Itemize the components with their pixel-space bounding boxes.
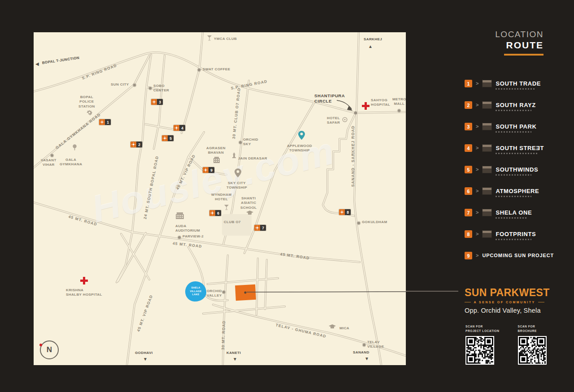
route-item-tagline [496,110,531,111]
place-label-metro-mall: METRO MALL [392,97,406,107]
place-label-mica: MICA [339,326,349,331]
qr-block-scan-for-project-location: SCAN FOR PROJECT LOCATION [465,324,500,365]
map-marker-number: 9 [209,167,214,173]
map-marker-3[interactable]: 3 [151,99,163,105]
sun-logo-icon [99,119,105,125]
dot-icon [198,69,200,71]
map-marker-8[interactable]: 8 [339,209,351,215]
building-lg-icon [175,212,184,219]
route-item-shela-one[interactable]: 7>SHELA ONE [465,209,554,218]
map-marker-number: 6 [215,210,221,216]
qr-code[interactable] [518,336,547,365]
route-item-upcoming-sun-project[interactable]: 9>UPCOMING SUN PROJECT [465,252,554,261]
compass-letter: N [47,345,52,354]
place-label-vasant-vihar: VASANT VIHAR [41,158,57,168]
sidebar-title: LOCATION ROUTE [454,30,544,56]
route-item-tagline [496,174,531,176]
place-label-sarkhej: SARKHEJ [364,37,382,42]
qr-code[interactable] [465,336,494,365]
route-item-text: ATMOSPHERE [496,187,539,197]
place-label-sobo-center: SOBO CENTER [153,84,169,93]
route-item-name: SHELA ONE [496,209,532,216]
grad-icon [329,324,336,330]
cross-icon [80,277,88,284]
route-item-south-trade[interactable]: 1>SOUTH TRADE [465,80,554,89]
place-label-applewood-township: APPLEWOOD TOWNSHIP [287,144,312,153]
lake-shela-village: SHELA VILLAGE LAKE [185,281,206,302]
building-block [222,214,252,236]
route-item-number: 4 [465,144,472,152]
map-marker-number: 4 [179,125,185,131]
route-item-number: 6 [465,187,472,195]
route-item-number: 3 [465,123,472,130]
badge-icon [87,110,92,116]
map-marker-7[interactable]: 7 [254,225,266,231]
place-label-sahyog-hospital: SAHYOG HOSPITAL [371,98,390,108]
place-label-godhavi: GODHAVI [135,351,153,355]
martini-icon [207,35,212,41]
qr-section: SCAN FOR PROJECT LOCATIONSCAN FOR BROCHU… [465,324,547,365]
route-item-number: 8 [465,230,472,238]
route-item-text: SOUTH RAYZ [496,101,535,111]
arrow-left-icon: ◀ [35,62,39,66]
chevron-icon: > [476,230,478,238]
map-marker-9[interactable]: 9 [203,167,214,173]
route-item-atmosphere[interactable]: 6>ATMOSPHERE [465,187,554,197]
map-marker-5[interactable]: 5 [162,135,174,141]
map-marker-4[interactable]: 4 [174,125,185,131]
dot-icon [133,84,136,86]
route-item-text: SOUTH TRADE [496,80,541,90]
route-item-tagline [496,88,535,90]
route-item-south-stre-t[interactable]: 4>SOUTH STREƎT [465,144,554,154]
place-label-sun-city: SUN CITY [111,82,129,87]
route-item-south-park[interactable]: 3>SOUTH PARK [465,123,554,132]
qr-label: SCAN FOR PROJECT LOCATION [465,324,500,333]
compass-icon: N [40,340,59,359]
place-label-wyndham-hotel: WYNDHAM HOTEL [211,193,231,202]
title-location: LOCATION [454,30,544,39]
route-item-tagline [496,239,531,240]
route-item-south-rayz[interactable]: 2>SOUTH RAYZ [465,101,554,111]
qr-label: SCAN FOR BROCHURE [518,324,547,333]
place-label-jain-derasar: JAIN DERASAR [238,156,267,161]
route-item-number: 9 [465,252,472,259]
place-label-agrasen-bhavan: AGRASEN BHAVAN [206,146,226,155]
sun-logo-icon [151,99,157,105]
map-area: Housley.com S.P. RING ROADS.P. RING ROAD… [34,32,406,365]
project-logo-icon [482,80,492,87]
map-marker-number: 3 [157,99,163,105]
building-icon [213,157,220,163]
route-item-name: SOUTH RAYZ [496,101,535,109]
project-connector-line [406,291,458,292]
route-item-footprints[interactable]: 8>FOOTPRINTS [465,230,554,240]
map-marker-number: 2 [136,142,142,147]
map-marker-2[interactable]: 2 [130,142,142,147]
chevron-icon: > [476,209,478,216]
project-logo-icon [482,209,492,216]
title-route: ROUTE [454,40,544,51]
dot-icon [149,87,152,90]
place-label-shanti-asiatic-school: SHANTI ASIATIC SCHOOL [240,196,257,210]
chevron-icon: > [476,187,478,195]
route-item-tagline [496,131,531,133]
dot-icon [357,222,360,224]
route-item-number: 7 [465,209,472,216]
grad-icon [246,211,253,216]
route-item-southwinds[interactable]: 5>SOUTHWINDS [465,166,554,175]
place-label-bopal-police-station: BOPAL POLICE STATION [78,95,95,109]
place-label-shantipura-circle: SHANTIPURA CIRCLE [314,93,345,104]
qr-block-scan-for-brochure: SCAN FOR BROCHURE [518,324,547,365]
chevron-icon: > [476,252,478,259]
route-item-text: SOUTH PARK [496,123,536,133]
map-marker-6[interactable]: 6 [209,210,221,216]
route-item-text: SOUTHWINDS [496,166,538,176]
map-marker-1[interactable]: 1 [99,119,111,125]
route-item-text: UPCOMING SUN PROJECT [482,252,554,259]
sun-logo-icon [254,225,260,231]
route-item-name: ATMOSPHERE [496,187,539,195]
route-item-tagline [496,153,539,154]
chevron-icon: > [476,101,478,109]
place-label-hotel-safar: HOTEL SAFAR [327,116,340,125]
place-label-orchid-valley: ORCHID VALLEY [207,289,222,298]
route-item-number: 1 [465,80,472,87]
